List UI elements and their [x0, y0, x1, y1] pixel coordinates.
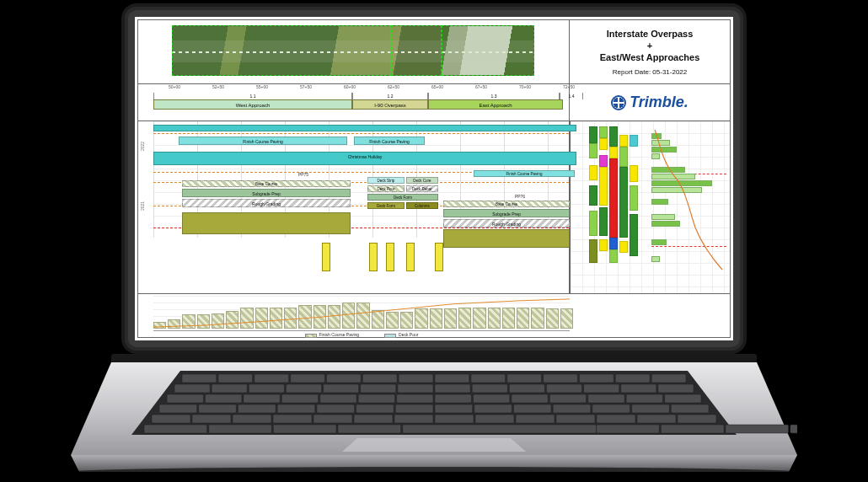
svg-rect-23	[324, 384, 359, 393]
svg-rect-48	[199, 404, 237, 413]
svg-rect-10	[362, 374, 397, 383]
svg-rect-28	[509, 384, 544, 393]
svg-rect-33	[167, 394, 203, 403]
legend-item-a: Finish Course Paving	[305, 332, 360, 337]
svg-rect-80	[597, 425, 660, 433]
pillar-5	[435, 243, 443, 271]
svg-rect-68	[435, 415, 474, 423]
svg-rect-40	[435, 394, 471, 403]
station-labels-top: 50+00 52+50 55+00 57+50 60+00 62+50 65+0…	[153, 84, 569, 93]
bar-fcp-over: Finish Course Paving	[354, 137, 425, 145]
svg-rect-47	[159, 404, 197, 413]
svg-rect-65	[313, 415, 352, 423]
label-pp76: PP76	[507, 192, 533, 201]
y-period-2: 2021	[140, 180, 152, 231]
title-line-2: East/West Approaches	[570, 51, 730, 63]
pillar-3	[386, 243, 394, 271]
svg-rect-38	[358, 394, 394, 403]
bar-fcp-west: Finish Course Paving	[179, 137, 347, 145]
laptop-screen: Interstate Overpass + East/West Approach…	[135, 17, 733, 340]
svg-rect-82	[726, 425, 789, 433]
svg-rect-58	[592, 404, 630, 413]
y-period-1: 2022	[140, 125, 152, 167]
bottom-histogram-row: Finish Course Paving Deck Pour	[138, 293, 730, 337]
logo-cell: Trimble.	[570, 84, 730, 121]
svg-rect-11	[399, 374, 433, 383]
svg-rect-45	[626, 394, 662, 403]
svg-rect-34	[205, 394, 241, 403]
right-summary-panel	[570, 121, 730, 293]
svg-rect-9	[326, 374, 361, 383]
svg-rect-36	[281, 394, 318, 403]
bar-olive-big-w	[182, 212, 351, 234]
svg-rect-13	[471, 374, 506, 383]
svg-rect-31	[621, 384, 656, 393]
globe-icon	[611, 95, 626, 110]
svg-rect-44	[588, 394, 624, 403]
svg-rect-12	[435, 374, 469, 383]
laptop-lid: Interstate Overpass + East/West Approach…	[121, 3, 747, 354]
svg-rect-37	[320, 394, 356, 403]
svg-rect-55	[474, 404, 512, 413]
summary-col-3	[609, 126, 618, 288]
svg-rect-59	[632, 404, 670, 413]
svg-rect-19	[174, 384, 210, 393]
svg-rect-42	[512, 394, 548, 403]
bar-olive-big-e	[443, 229, 570, 248]
bar-deck-form: Deck Form	[367, 194, 438, 201]
approach-overpass: I-90 Overpass	[352, 99, 428, 110]
chart-body: Finish Course Paving Finish Course Pavin…	[153, 121, 569, 238]
aerial-strip	[138, 20, 570, 84]
bar-subgrade-w: Subgrade Prep	[182, 189, 351, 197]
svg-rect-30	[584, 384, 619, 393]
svg-rect-71	[556, 415, 595, 423]
svg-rect-77	[273, 425, 336, 433]
svg-rect-62	[192, 415, 231, 423]
title-line-1: Interstate Overpass	[570, 28, 730, 40]
svg-rect-17	[615, 374, 650, 383]
svg-rect-53	[395, 404, 433, 413]
svg-rect-25	[398, 384, 433, 393]
bar-base-course-w: Base Course	[182, 180, 351, 187]
svg-rect-41	[473, 394, 509, 403]
svg-rect-21	[249, 384, 284, 393]
laptop-deck	[71, 354, 797, 475]
summary-col-1	[589, 126, 597, 288]
svg-rect-22	[286, 384, 321, 393]
summary-col-5	[630, 126, 638, 288]
svg-rect-76	[209, 425, 272, 433]
laptop-mockup: Interstate Overpass + East/West Approach…	[71, 3, 797, 475]
svg-rect-61	[152, 415, 190, 423]
svg-rect-54	[435, 404, 473, 413]
svg-rect-63	[233, 415, 271, 423]
bar-fcp-east: Finish Course Paving	[474, 170, 575, 177]
report-date: Report Date: 05-31-2022	[570, 68, 730, 76]
svg-rect-14	[507, 374, 542, 383]
bottom-curve	[153, 296, 570, 329]
aerial-zone-overpass	[391, 25, 442, 76]
svg-rect-32	[658, 384, 694, 393]
svg-rect-60	[671, 404, 709, 413]
svg-rect-20	[212, 384, 247, 393]
summary-col-4	[619, 126, 628, 288]
svg-rect-16	[579, 374, 613, 383]
aerial-zone-west	[172, 25, 391, 76]
bar-rough-e: Rough Grading	[443, 219, 570, 228]
bar-deck-form2: Deck Form	[367, 202, 405, 209]
title-box: Interstate Overpass + East/West Approach…	[570, 20, 730, 84]
summary-col-2	[599, 126, 608, 288]
bar-deck-rebar: Deck Rebar	[406, 185, 438, 192]
svg-rect-35	[244, 394, 280, 403]
svg-rect-43	[549, 394, 586, 403]
svg-rect-39	[397, 394, 433, 403]
aerial-zone-east	[442, 25, 534, 76]
svg-marker-84	[342, 438, 526, 452]
svg-rect-50	[277, 404, 315, 413]
svg-rect-64	[273, 415, 312, 423]
pillar-4	[406, 243, 415, 271]
svg-rect-52	[356, 404, 394, 413]
segment-ruler: 1.1 1.2 1.3 1.4	[153, 93, 569, 99]
summary-curve	[651, 126, 726, 273]
svg-rect-27	[472, 384, 507, 393]
bottom-legend: Finish Course Paving Deck Pour	[153, 330, 570, 339]
